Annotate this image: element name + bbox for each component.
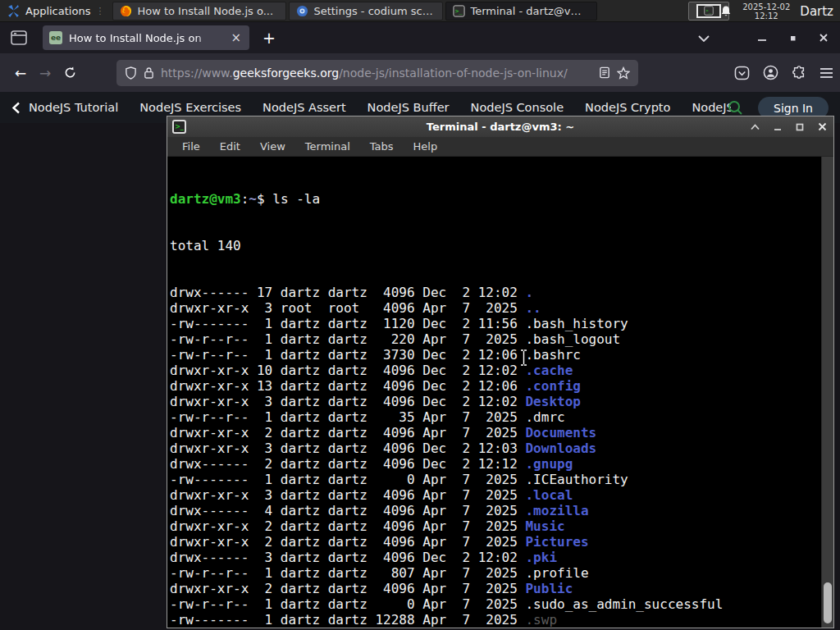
taskbar-window-terminal[interactable]: >_ Terminal - dartz@vm3: ~ xyxy=(445,2,597,21)
browser-window-controls xyxy=(698,22,840,53)
system-tray: 2025-12-02 12:12 Dartz xyxy=(719,0,840,22)
terminal-close-icon[interactable] xyxy=(818,122,827,131)
browser-tab-active[interactable]: ee How to Install Node.js on × xyxy=(43,25,249,50)
terminal-output[interactable]: dartz@vm3:~$ ls -la total 140 drwx------… xyxy=(167,157,821,628)
listing-filename: Public xyxy=(525,581,573,596)
terminal-output-line: drwxr-xr-x 3 dartz dartz 4096 Apr 7 2025… xyxy=(170,487,821,503)
menu-help[interactable]: Help xyxy=(413,140,438,153)
taskbar-window-title: How to Install Node.js o... xyxy=(137,5,273,17)
subnav-item[interactable]: NodeJS Console xyxy=(471,101,564,114)
terminal-maximize-icon[interactable] xyxy=(796,123,804,131)
search-icon[interactable] xyxy=(728,100,743,116)
svg-text:>_: >_ xyxy=(455,7,463,15)
account-icon[interactable] xyxy=(763,65,778,80)
terminal-output-line: drwxr-xr-x 2 dartz dartz 4096 Apr 7 2025… xyxy=(170,518,821,534)
listing-filename: .gnupg xyxy=(525,456,573,472)
listing-filename: .pki xyxy=(525,550,557,565)
menu-tabs[interactable]: Tabs xyxy=(370,140,394,153)
forward-icon[interactable]: → xyxy=(33,61,57,85)
terminal-scrollbar-thumb[interactable] xyxy=(824,582,832,623)
terminal-output-line: drwxr-xr-x 3 root root 4096 Apr 7 2025 .… xyxy=(170,300,821,316)
subnav-item[interactable]: NodeJS Buffer xyxy=(368,101,450,114)
firefox-view-icon[interactable] xyxy=(7,26,31,49)
user-menu[interactable]: Dartz xyxy=(800,4,833,19)
terminal-output-line: drwxr-xr-x 2 dartz dartz 4096 Apr 7 2025… xyxy=(170,534,821,550)
terminal-minimize-icon[interactable] xyxy=(774,123,782,131)
subnav-item[interactable]: NodeJS Assert xyxy=(262,101,346,114)
terminal-total-line: total 140 xyxy=(170,238,821,253)
subnav-item[interactable]: NodeJS DNS xyxy=(692,101,731,114)
list-all-tabs-icon[interactable] xyxy=(698,34,710,42)
listing-filename: .cache xyxy=(525,363,573,378)
terminal-listing: drwx------ 17 dartz dartz 4096 Dec 2 12:… xyxy=(170,285,821,628)
pocket-icon[interactable] xyxy=(734,66,750,80)
bookmark-star-icon[interactable] xyxy=(617,66,630,80)
listing-filename: Desktop xyxy=(525,394,580,409)
terminal-output-line: -rw------- 1 dartz dartz 12288 Apr 7 202… xyxy=(170,612,821,628)
clock-time: 12:12 xyxy=(742,11,790,21)
taskbar: Applications ⋮ How to Install Node.js o.… xyxy=(0,0,840,22)
settings-app-icon xyxy=(296,5,308,17)
extensions-puzzle-icon[interactable] xyxy=(792,66,806,80)
tab-title: How to Install Node.js on xyxy=(69,32,222,44)
notification-bell-icon[interactable] xyxy=(719,5,733,18)
url-text[interactable]: https://www.geeksforgeeks.org/node-js/in… xyxy=(161,66,592,80)
distro-logo-icon xyxy=(7,4,21,18)
listing-filename: .. xyxy=(525,300,541,316)
menu-view[interactable]: View xyxy=(260,140,285,153)
new-tab-button[interactable]: + xyxy=(258,29,281,47)
terminal-output-line: -rw-r--r-- 1 dartz dartz 220 Apr 7 2025 … xyxy=(170,331,821,347)
terminal-output-line: -rw-r--r-- 1 dartz dartz 35 Apr 7 2025 .… xyxy=(170,409,821,425)
terminal-window-title: Terminal - dartz@vm3: ~ xyxy=(167,121,833,133)
subnav-item[interactable]: NodeJS Crypto xyxy=(585,101,670,114)
panel-separator: ⋮ xyxy=(95,6,103,16)
terminal-shade-icon[interactable] xyxy=(751,124,760,130)
menu-file[interactable]: File xyxy=(182,140,200,153)
tab-close-icon[interactable]: × xyxy=(229,30,243,45)
terminal-output-line: -rw------- 1 dartz dartz 0 Apr 7 2025 .I… xyxy=(170,472,821,487)
terminal-output-line: -rw-r--r-- 1 dartz dartz 807 Apr 7 2025 … xyxy=(170,565,821,581)
terminal-command: ls -la xyxy=(272,191,320,207)
listing-filename: Music xyxy=(525,518,564,534)
window-close-icon[interactable] xyxy=(819,33,829,43)
taskbar-window-title: Terminal - dartz@vm3: ~ xyxy=(470,5,590,17)
terminal-body[interactable]: dartz@vm3:~$ ls -la total 140 drwx------… xyxy=(167,157,833,628)
applications-menu-button[interactable]: Applications ⋮ xyxy=(0,0,112,22)
reader-mode-icon[interactable] xyxy=(599,66,610,79)
toolbar-right-icons xyxy=(734,53,833,92)
panel-clock[interactable]: 2025-12-02 12:12 xyxy=(742,2,790,21)
applications-label: Applications xyxy=(25,5,90,17)
terminal-output-line: drwxr-xr-x 2 dartz dartz 4096 Apr 7 2025… xyxy=(170,581,821,596)
terminal-output-line: drwx------ 4 dartz dartz 4096 Apr 7 2025… xyxy=(170,503,821,518)
clock-date: 2025-12-02 xyxy=(742,2,790,11)
terminal-menubar: File Edit View Terminal Tabs Help xyxy=(167,137,833,157)
subnav-item[interactable]: NodeJS Exercises xyxy=(139,101,241,114)
listing-filename: .bash_logout xyxy=(525,331,620,347)
menu-edit[interactable]: Edit xyxy=(220,140,240,153)
taskbar-window-firefox[interactable]: How to Install Node.js o... xyxy=(112,2,286,21)
terminal-output-line: -rw-r--r-- 1 dartz dartz 0 Apr 7 2025 .s… xyxy=(170,596,821,612)
window-minimize-icon[interactable] xyxy=(757,33,767,43)
terminal-window-icon: >_ xyxy=(172,120,186,134)
taskbar-window-settings[interactable]: Settings - codium script... xyxy=(289,2,443,21)
shield-icon[interactable] xyxy=(125,66,137,80)
terminal-titlebar[interactable]: >_ Terminal - dartz@vm3: ~ xyxy=(167,116,833,137)
listing-filename: .bashrc xyxy=(525,347,580,363)
window-restore-icon[interactable] xyxy=(788,34,797,43)
browser-tab-bar: ee How to Install Node.js on × + xyxy=(0,22,840,53)
back-icon[interactable]: ← xyxy=(8,61,33,85)
listing-filename: . xyxy=(525,285,533,300)
terminal-output-line: drwx------ 17 dartz dartz 4096 Dec 2 12:… xyxy=(170,285,821,300)
nav-scroll-left-icon[interactable] xyxy=(11,102,21,114)
terminal-app-icon: >_ xyxy=(453,5,465,17)
menu-hamburger-icon[interactable] xyxy=(819,67,833,79)
reload-icon[interactable] xyxy=(57,61,82,85)
lock-icon[interactable] xyxy=(144,66,154,79)
terminal-scrollbar[interactable] xyxy=(821,157,833,628)
svg-text:>_: >_ xyxy=(706,7,713,14)
listing-filename: .local xyxy=(525,487,573,503)
url-bar[interactable]: https://www.geeksforgeeks.org/node-js/in… xyxy=(116,60,638,86)
menu-terminal[interactable]: Terminal xyxy=(305,140,350,153)
terminal-window-controls xyxy=(751,122,827,131)
subnav-item[interactable]: NodeJS Tutorial xyxy=(29,101,118,114)
